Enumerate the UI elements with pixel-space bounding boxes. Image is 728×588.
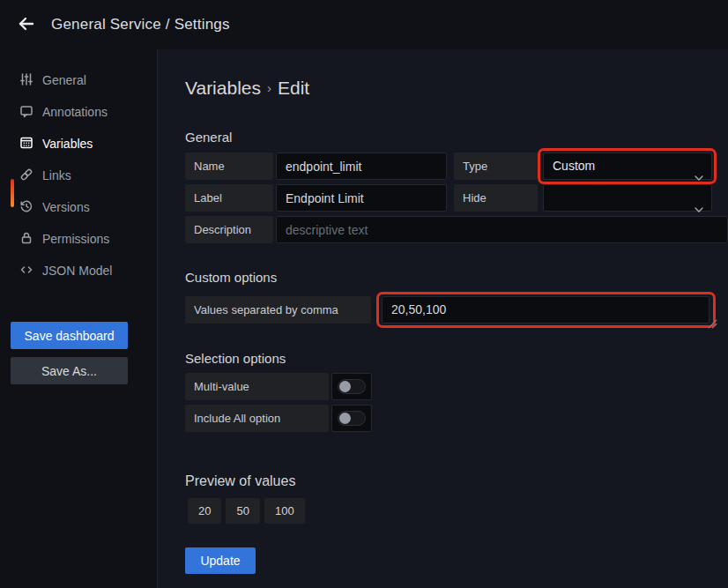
sidebar-item-variables[interactable]: Variables [0, 128, 157, 160]
breadcrumb-separator-icon: › [261, 80, 278, 95]
sidebar-item-versions[interactable]: Versions [0, 191, 157, 223]
variables-icon [19, 136, 33, 153]
values-textarea[interactable]: 20,50,100 [382, 296, 709, 324]
type-select-value: Custom [553, 159, 595, 173]
sidebar-item-general[interactable]: General [0, 64, 157, 96]
include-all-label: Include All option [185, 405, 329, 432]
preview-value-chip: 100 [264, 498, 305, 524]
selection-options-heading: Selection options [185, 351, 286, 366]
arrow-left-icon [16, 13, 37, 37]
toggle-knob [339, 413, 351, 424]
top-header: General Service / Settings [0, 0, 728, 49]
toggle-track [338, 379, 366, 394]
settings-sidebar: General Annotations Variables Links Vers… [0, 49, 157, 588]
sidebar-item-label: General [42, 73, 86, 87]
page-header-title: General Service / Settings [51, 0, 230, 49]
description-label: Description [185, 216, 273, 243]
breadcrumb-section: Variables [185, 78, 261, 98]
update-button[interactable]: Update [185, 547, 256, 574]
textarea-resize-handle[interactable] [708, 316, 717, 332]
general-section-heading: General [185, 130, 232, 145]
type-select[interactable]: Custom [543, 153, 712, 180]
toggle-track [338, 411, 366, 426]
back-button[interactable] [12, 11, 41, 38]
description-input[interactable] [276, 216, 728, 243]
code-icon [19, 263, 33, 279]
hide-label: Hide [454, 184, 538, 212]
sidebar-item-label: Permissions [42, 232, 109, 246]
grafana-settings-page: General Service / Settings General Annot… [0, 0, 728, 588]
preview-value-chip: 50 [226, 498, 259, 524]
label-input[interactable] [276, 184, 447, 212]
sidebar-item-json-model[interactable]: JSON Model [0, 255, 157, 287]
sidebar-item-label: JSON Model [42, 264, 112, 278]
breadcrumb-current: Edit [278, 78, 309, 98]
preview-values: 20 50 100 [188, 498, 305, 524]
save-dashboard-button[interactable]: Save dashboard [11, 322, 128, 349]
save-as-button[interactable]: Save As... [11, 357, 128, 384]
name-label: Name [185, 153, 273, 180]
sidebar-item-label: Annotations [42, 105, 108, 119]
preview-heading: Preview of values [185, 473, 295, 489]
sidebar-item-permissions[interactable]: Permissions [0, 223, 157, 255]
sidebar-item-label: Versions [42, 200, 90, 214]
custom-options-heading: Custom options [185, 270, 277, 285]
multi-value-label: Multi-value [185, 373, 329, 400]
name-input[interactable] [276, 153, 447, 180]
annotation-icon [19, 104, 33, 121]
values-label: Values separated by comma [185, 296, 371, 324]
sidebar-item-links[interactable]: Links [0, 160, 157, 191]
history-icon [19, 199, 33, 216]
type-label: Type [454, 153, 538, 180]
include-all-toggle[interactable] [331, 405, 372, 432]
sidebar-item-label: Links [42, 168, 71, 182]
sidebar-item-annotations[interactable]: Annotations [0, 96, 157, 128]
toggle-knob [339, 381, 351, 392]
sidebar-item-label: Variables [42, 137, 93, 151]
multi-value-toggle[interactable] [331, 373, 372, 400]
label-label: Label [185, 184, 273, 212]
link-icon [19, 167, 33, 184]
lock-icon [19, 231, 33, 248]
hide-select[interactable] [543, 184, 712, 212]
page-title: Variables›Edit [185, 78, 309, 99]
sliders-icon [19, 72, 33, 89]
preview-value-chip: 20 [188, 498, 221, 524]
